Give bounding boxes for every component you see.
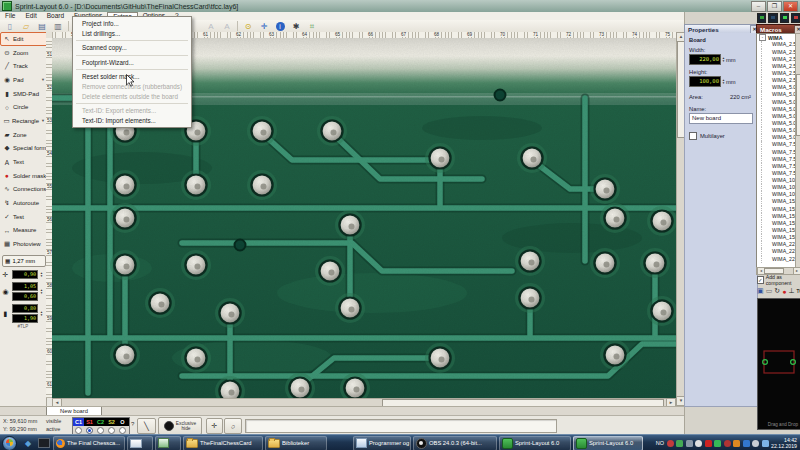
extras-menu-item[interactable]: Delete elements outside the board bbox=[73, 92, 191, 102]
macro-item[interactable]: WIMA_22.5A bbox=[761, 241, 796, 248]
open-folder-icon[interactable]: ▱ bbox=[19, 20, 34, 33]
add-as-component-checkbox[interactable]: ✓ bbox=[757, 276, 764, 284]
board-height-spinner[interactable]: ▲▼ bbox=[722, 79, 725, 85]
view-toggle-icon-2[interactable] bbox=[768, 13, 777, 23]
tray-icon-3[interactable] bbox=[686, 440, 693, 447]
layer-o-radio[interactable] bbox=[117, 426, 128, 434]
menu-item-edit[interactable]: Edit bbox=[20, 12, 41, 20]
tray-icon-1[interactable] bbox=[667, 440, 674, 447]
tool-special-form[interactable]: ◆Special form bbox=[0, 142, 48, 156]
lasso-button[interactable]: ○ bbox=[224, 418, 242, 434]
tray-icon-4[interactable] bbox=[695, 440, 702, 447]
layer-c1-radio[interactable] bbox=[73, 426, 84, 434]
macro-item[interactable]: WIMA_2.5E bbox=[761, 70, 796, 77]
board-width-display[interactable]: 220,00 bbox=[689, 54, 721, 65]
smd-height-display[interactable]: 1,90 bbox=[12, 314, 38, 323]
taskbar-button-programmer-og-f[interactable]: Programmer og f... bbox=[353, 436, 411, 450]
view-toggle-icon-1[interactable] bbox=[757, 13, 766, 23]
view-toggle-icon-4[interactable] bbox=[791, 13, 800, 23]
taskbar-button[interactable] bbox=[127, 436, 153, 450]
macros-vertical-scrollbar[interactable] bbox=[795, 33, 800, 268]
tool-rectangle[interactable]: ▭Rectangle▼ bbox=[0, 114, 48, 128]
extras-menu-item[interactable]: List drillings... bbox=[73, 29, 191, 39]
tool-track[interactable]: ╱Track bbox=[0, 59, 48, 73]
layer-c1-toggle[interactable]: C1 bbox=[73, 418, 84, 426]
macro-item[interactable]: WIMA_15D bbox=[761, 220, 796, 227]
macro-item[interactable]: WIMA_5.0E bbox=[761, 113, 796, 120]
macro-item[interactable]: WIMA_5.0G bbox=[761, 127, 796, 134]
pad-mode-icon[interactable]: ● bbox=[782, 288, 786, 295]
extras-menu-item[interactable]: Text-ID: Import elements... bbox=[73, 116, 191, 126]
tool-test[interactable]: ✓Test bbox=[0, 210, 48, 224]
taskbar-button-biblioteker[interactable]: Biblioteker bbox=[265, 436, 327, 450]
taskbar-clock[interactable]: 14:4222.12.2019 bbox=[771, 437, 797, 449]
pad-drill-display[interactable]: 0,60 bbox=[12, 292, 38, 301]
tree-collapse-icon[interactable]: - bbox=[759, 34, 766, 41]
track-width-display[interactable]: 0,90 bbox=[12, 270, 38, 279]
menu-item-file[interactable]: File bbox=[0, 12, 20, 20]
smd-width-display[interactable]: 0,80 bbox=[12, 304, 38, 313]
tray-icon-8[interactable] bbox=[733, 440, 740, 447]
mirror-macro-icon[interactable]: ⊥ bbox=[788, 287, 794, 295]
tool-solder-mask[interactable]: ●Solder mask bbox=[0, 169, 48, 183]
taskbar-button-the-final-chessca[interactable]: The Final Chessca... bbox=[53, 436, 125, 450]
taskbar-button[interactable] bbox=[155, 436, 181, 450]
extras-menu-item[interactable]: Scanned copy... bbox=[73, 43, 191, 53]
board-height-display[interactable]: 100,00 bbox=[689, 76, 721, 87]
tool-zone[interactable]: ▰Zone bbox=[0, 128, 48, 142]
start-button[interactable] bbox=[2, 436, 17, 450]
quick-launch-icon-1[interactable]: ◆ bbox=[21, 437, 35, 449]
tool-pad[interactable]: ◉Pad▼ bbox=[0, 73, 48, 87]
tray-icon-11[interactable] bbox=[762, 440, 769, 447]
zoom-tool-icon[interactable]: ⊙ bbox=[241, 20, 256, 33]
layer-o-toggle[interactable]: O bbox=[117, 418, 128, 426]
tool-smd-pad[interactable]: ▮SMD-Pad bbox=[0, 87, 48, 101]
pad-size-spinner[interactable]: ▲▼ bbox=[40, 289, 43, 295]
chevron-down-icon[interactable]: ▼ bbox=[41, 118, 45, 123]
tray-icon-6[interactable] bbox=[714, 440, 721, 447]
macro-item[interactable]: WIMA_10C bbox=[761, 191, 796, 198]
macros-scroll-thumb[interactable] bbox=[796, 74, 800, 136]
macro-item[interactable]: WIMA_15C bbox=[761, 213, 796, 220]
layer-s2-toggle[interactable]: S2 bbox=[106, 418, 117, 426]
smd-size-spinner[interactable]: ▲▼ bbox=[40, 311, 43, 317]
layer-s2-radio[interactable] bbox=[106, 426, 117, 434]
chevron-down-icon[interactable]: ▼ bbox=[41, 77, 45, 82]
macro-item[interactable]: WIMA_5.0F bbox=[761, 120, 796, 127]
delete-macro-icon[interactable]: ▭ bbox=[766, 287, 773, 295]
language-indicator[interactable]: NO bbox=[656, 440, 664, 446]
macro-item[interactable]: WIMA_5.0D bbox=[761, 106, 796, 113]
macro-item[interactable]: WIMA_2.5B bbox=[761, 49, 796, 56]
macro-item[interactable]: WIMA_5.0C bbox=[761, 99, 796, 106]
crosshair-button[interactable]: ✛ bbox=[206, 418, 223, 434]
multilayer-checkbox[interactable] bbox=[689, 132, 697, 140]
macro-item[interactable]: WIMA_15F bbox=[761, 234, 796, 241]
settings-gear-icon[interactable]: ✱ bbox=[289, 20, 304, 33]
macro-item[interactable]: WIMA_2.5D bbox=[761, 63, 796, 70]
tool-autoroute[interactable]: ↯Autoroute bbox=[0, 196, 48, 210]
macro-item[interactable]: WIMA_22.5B bbox=[761, 248, 796, 255]
tool-text[interactable]: AText bbox=[0, 155, 48, 169]
tray-icon-5[interactable] bbox=[705, 440, 712, 447]
maximize-button[interactable]: ❐ bbox=[767, 1, 782, 12]
macro-item[interactable]: WIMA_22.5C bbox=[761, 256, 796, 263]
macro-item[interactable]: WIMA_7.5E bbox=[761, 170, 796, 177]
layer-c2-radio[interactable] bbox=[95, 426, 106, 434]
macro-item[interactable]: WIMA_7.5D bbox=[761, 163, 796, 170]
macro-item[interactable]: WIMA_5.0A bbox=[761, 84, 796, 91]
tray-icon-9[interactable] bbox=[743, 440, 750, 447]
macro-item[interactable]: WIMA_7.5B bbox=[761, 149, 796, 156]
help-label[interactable]: ? bbox=[131, 421, 134, 427]
close-button[interactable]: ✕ bbox=[783, 1, 798, 12]
macro-item[interactable]: WIMA_2.5F bbox=[761, 77, 796, 84]
macro-item[interactable]: WIMA_10B bbox=[761, 184, 796, 191]
exclusive-hide-button[interactable]: Exclusivehide bbox=[158, 417, 202, 435]
pan-tool-icon[interactable]: ✛ bbox=[257, 20, 272, 33]
extras-menu-item[interactable]: Text-ID: Export elements... bbox=[73, 106, 191, 116]
track-mode-button[interactable]: ╲ bbox=[137, 418, 156, 434]
taskbar-button-thefinalchesscard[interactable]: TheFinalChessCard bbox=[183, 436, 263, 450]
print-icon[interactable]: ▥ bbox=[51, 20, 66, 33]
taskbar-button-sprint-layout-6-0[interactable]: Sprint-Layout 6.0 bbox=[573, 436, 643, 450]
macro-preview[interactable]: Drag and Drop bbox=[757, 298, 800, 430]
macro-item[interactable]: WIMA_10A bbox=[761, 177, 796, 184]
